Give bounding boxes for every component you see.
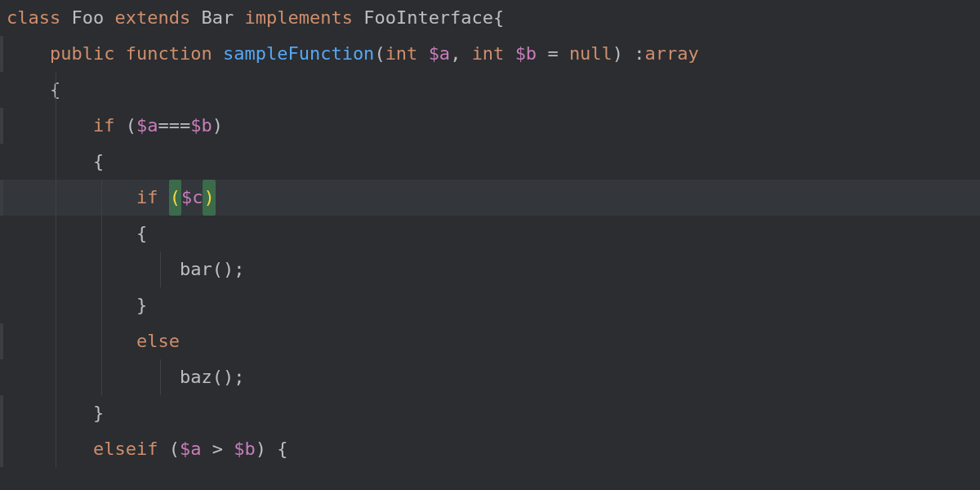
gutter-marker — [0, 36, 3, 72]
class-name: Foo — [71, 0, 104, 36]
variable-a: $a — [429, 36, 451, 72]
code-line[interactable]: { — [0, 72, 980, 108]
code-line[interactable]: { — [0, 216, 980, 252]
open-brace: { — [93, 144, 104, 180]
indent-guide — [56, 180, 56, 216]
semicolon: ; — [234, 252, 244, 287]
code-line[interactable]: } — [0, 395, 980, 431]
function-name: sampleFunction — [223, 36, 374, 72]
keyword-implements: implements — [244, 0, 352, 36]
indent-guide — [101, 216, 102, 252]
keyword-class: class — [7, 0, 60, 36]
code-line[interactable]: public function sampleFunction ( int $a … — [0, 36, 980, 72]
comma: , — [450, 36, 461, 72]
open-paren: ( — [212, 252, 223, 287]
code-line[interactable]: elseif ( $a > $b ) { — [0, 431, 980, 467]
function-call: baz — [180, 359, 212, 395]
colon: : — [634, 36, 644, 72]
semicolon: ; — [234, 359, 244, 395]
indent-guide — [56, 287, 56, 323]
gutter-marker — [0, 180, 3, 216]
indent-guide — [101, 180, 102, 216]
keyword-if: if — [136, 180, 158, 216]
keyword-if: if — [93, 108, 115, 144]
equals-operator: = — [547, 36, 558, 72]
parent-class-name: Bar — [201, 0, 234, 36]
indent-guide — [101, 323, 102, 359]
variable-a: $a — [180, 431, 202, 467]
code-editor[interactable]: class Foo extends Bar implements FooInte… — [0, 0, 980, 490]
keyword-elseif: elseif — [93, 431, 158, 467]
gutter-marker — [0, 108, 3, 144]
open-brace: { — [493, 0, 504, 36]
interface-name: FooInterface — [363, 0, 493, 36]
indent-guide — [101, 359, 102, 395]
indent-guide — [160, 252, 161, 287]
close-paren: ) — [256, 431, 266, 467]
open-brace: { — [277, 431, 287, 467]
function-call: bar — [180, 252, 212, 287]
close-brace: } — [136, 287, 147, 323]
keyword-null: null — [569, 36, 612, 72]
close-paren: ) — [223, 359, 234, 395]
code-line[interactable]: baz ( ) ; — [0, 359, 980, 395]
variable-a: $a — [136, 108, 158, 144]
code-line[interactable]: bar ( ) ; — [0, 252, 980, 287]
identity-operator: === — [158, 108, 190, 144]
indent-guide — [56, 252, 56, 287]
close-paren: ) — [223, 252, 234, 287]
gutter-marker — [0, 431, 3, 467]
matched-open-paren: ( — [169, 180, 181, 216]
variable-b: $b — [234, 431, 256, 467]
indent-guide — [56, 108, 56, 144]
indent-guide — [56, 72, 56, 108]
close-paren: ) — [612, 36, 623, 72]
code-line[interactable]: { — [0, 144, 980, 180]
code-line[interactable]: else — [0, 323, 980, 359]
greater-than-operator: > — [212, 431, 223, 467]
code-line[interactable]: if ( $a === $b ) — [0, 108, 980, 144]
keyword-public: public — [50, 36, 114, 72]
variable-b: $b — [190, 108, 212, 144]
return-type: array — [645, 36, 699, 72]
keyword-extends: extends — [114, 0, 190, 36]
indent-guide — [56, 431, 56, 467]
variable-b: $b — [515, 36, 537, 72]
gutter-marker — [0, 395, 3, 431]
indent-guide — [101, 287, 102, 323]
code-line[interactable]: class Foo extends Bar implements FooInte… — [0, 0, 980, 36]
indent-guide — [160, 359, 161, 395]
variable-c: $c — [181, 180, 203, 216]
code-line[interactable]: } — [0, 287, 980, 323]
open-paren: ( — [169, 431, 180, 467]
gutter-marker — [0, 323, 3, 359]
keyword-else: else — [136, 323, 180, 359]
close-paren: ) — [212, 108, 223, 144]
open-paren: ( — [126, 108, 136, 144]
code-line-active[interactable]: if ( $c ) — [0, 180, 980, 216]
indent-guide — [56, 144, 56, 180]
indent-guide — [101, 252, 102, 287]
type-int: int — [385, 36, 418, 72]
indent-guide — [56, 323, 56, 359]
type-int: int — [472, 36, 505, 72]
open-brace: { — [136, 216, 147, 252]
open-paren: ( — [212, 359, 223, 395]
matched-close-paren: ) — [203, 180, 215, 216]
indent-guide — [56, 359, 56, 395]
indent-guide — [56, 216, 56, 252]
open-paren: ( — [374, 36, 385, 72]
keyword-function: function — [126, 36, 212, 72]
indent-guide — [56, 395, 56, 431]
close-brace: } — [93, 395, 104, 431]
